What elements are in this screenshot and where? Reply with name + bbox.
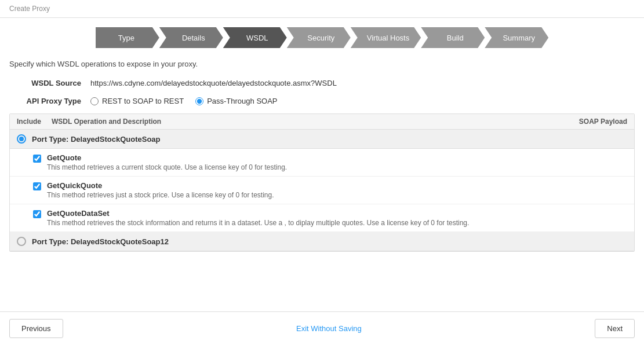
step-wsdl[interactable]: WSDL	[223, 27, 287, 48]
step-type-label: Type	[118, 34, 134, 42]
wsdl-source-value: https://ws.cdyne.com/delayedstockquote/d…	[90, 79, 337, 87]
step-summary[interactable]: Summary	[485, 27, 548, 48]
op-checkbox-getquotedataset[interactable]	[33, 210, 41, 220]
step-security-label: Security	[307, 34, 334, 42]
port-type-row-1[interactable]: Port Type: DelayedStockQuoteSoap	[10, 130, 634, 149]
th-operation: WSDL Operation and Description	[52, 118, 558, 126]
wizard-steps: Type Details WSDL Security Virtual Hosts…	[0, 18, 644, 57]
api-proxy-type-label: API Proxy Type	[9, 97, 90, 105]
th-soap: SOAP Payload	[558, 118, 627, 126]
op-desc-getquote: This method retrieves a current stock qu…	[47, 163, 627, 171]
footer: Previous Exit Without Saving Next	[0, 311, 644, 345]
step-security[interactable]: Security	[287, 27, 351, 48]
radio-pass-through-soap-input[interactable]	[195, 97, 203, 105]
step-summary-label: Summary	[503, 34, 535, 42]
op-name-getquote: GetQuote	[47, 153, 627, 162]
step-virtual-hosts[interactable]: Virtual Hosts	[351, 27, 421, 48]
port-type-2-radio[interactable]	[17, 237, 26, 246]
api-proxy-type-row: API Proxy Type REST to SOAP to REST Pass…	[0, 93, 644, 109]
page-header: Create Proxy	[0, 0, 644, 18]
step-details[interactable]: Details	[159, 27, 223, 48]
port-type-1-name: Port Type: DelayedStockQuoteSoap	[32, 135, 161, 144]
step-build-label: Build	[447, 34, 464, 42]
table-header: Include WSDL Operation and Description S…	[10, 114, 634, 130]
port-type-2-name: Port Type: DelayedStockQuoteSoap12	[32, 237, 169, 246]
op-content-getquickquote: GetQuickQuote This method retrieves just…	[47, 181, 627, 199]
wsdl-source-label: WSDL Source	[9, 79, 90, 87]
radio-rest-soap-rest[interactable]: REST to SOAP to REST	[90, 97, 184, 105]
next-button[interactable]: Next	[595, 319, 635, 338]
step-virtual-hosts-label: Virtual Hosts	[367, 34, 409, 42]
op-checkbox-getquotedataset-input[interactable]	[33, 210, 41, 218]
radio-pass-through-soap[interactable]: Pass-Through SOAP	[195, 97, 277, 105]
op-checkbox-getquote[interactable]	[33, 155, 41, 164]
op-checkbox-getquote-input[interactable]	[33, 155, 41, 163]
step-type[interactable]: Type	[96, 27, 159, 48]
op-content-getquote: GetQuote This method retrieves a current…	[47, 153, 627, 171]
op-name-getquotedataset: GetQuoteDataSet	[47, 209, 627, 218]
op-content-getquotedataset: GetQuoteDataSet This method retrieves th…	[47, 209, 627, 227]
step-build[interactable]: Build	[421, 27, 485, 48]
operations-table: Include WSDL Operation and Description S…	[9, 113, 635, 252]
port-type-1-radio[interactable]	[17, 134, 26, 144]
port-type-row-2[interactable]: Port Type: DelayedStockQuoteSoap12	[10, 232, 634, 251]
op-checkbox-getquickquote[interactable]	[33, 182, 41, 192]
op-checkbox-getquickquote-input[interactable]	[33, 182, 41, 190]
op-desc-getquotedataset: This method retrieves the stock informat…	[47, 219, 627, 227]
radio-pass-through-soap-label: Pass-Through SOAP	[207, 97, 277, 105]
step-wsdl-label: WSDL	[246, 34, 268, 42]
step-details-label: Details	[182, 34, 205, 42]
operation-row-getquote: GetQuote This method retrieves a current…	[10, 149, 634, 177]
page-description: Specify which WSDL operations to expose …	[0, 57, 644, 75]
op-desc-getquickquote: This method retrieves just a stock price…	[47, 191, 627, 199]
th-include: Include	[17, 118, 52, 126]
op-name-getquickquote: GetQuickQuote	[47, 181, 627, 190]
radio-rest-soap-rest-input[interactable]	[90, 97, 99, 105]
wsdl-source-row: WSDL Source https://ws.cdyne.com/delayed…	[0, 75, 644, 91]
exit-link[interactable]: Exit Without Saving	[296, 324, 362, 333]
radio-rest-soap-rest-label: REST to SOAP to REST	[102, 97, 184, 105]
operation-row-getquickquote: GetQuickQuote This method retrieves just…	[10, 177, 634, 204]
operation-row-getquotedataset: GetQuoteDataSet This method retrieves th…	[10, 204, 634, 232]
previous-button[interactable]: Previous	[9, 319, 63, 338]
page-title: Create Proxy	[9, 5, 50, 13]
radio-group: REST to SOAP to REST Pass-Through SOAP	[90, 97, 278, 105]
